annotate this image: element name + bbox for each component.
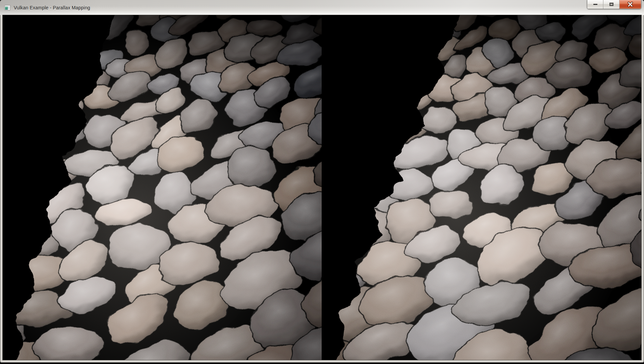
- window-title: Vulkan Example - Parallax Mapping: [14, 5, 90, 10]
- viewport-right[interactable]: [322, 15, 641, 360]
- maximize-button[interactable]: [603, 0, 620, 9]
- close-button[interactable]: [620, 0, 641, 9]
- viewport-divider: [322, 15, 322, 360]
- viewport-left[interactable]: [3, 15, 322, 360]
- render-client-area: [3, 15, 641, 360]
- title-bar[interactable]: Vulkan Example - Parallax Mapping: [0, 0, 644, 15]
- minimize-icon: [592, 2, 598, 7]
- minimize-button[interactable]: [587, 0, 603, 9]
- maximize-icon: [608, 2, 614, 7]
- window-controls: [587, 0, 641, 9]
- app-icon[interactable]: [4, 5, 10, 10]
- app-window: Vulkan Example - Parallax Mapping: [0, 0, 644, 363]
- viewport-left-render: [3, 15, 322, 360]
- viewport-right-render: [322, 15, 641, 360]
- close-icon: [626, 1, 634, 7]
